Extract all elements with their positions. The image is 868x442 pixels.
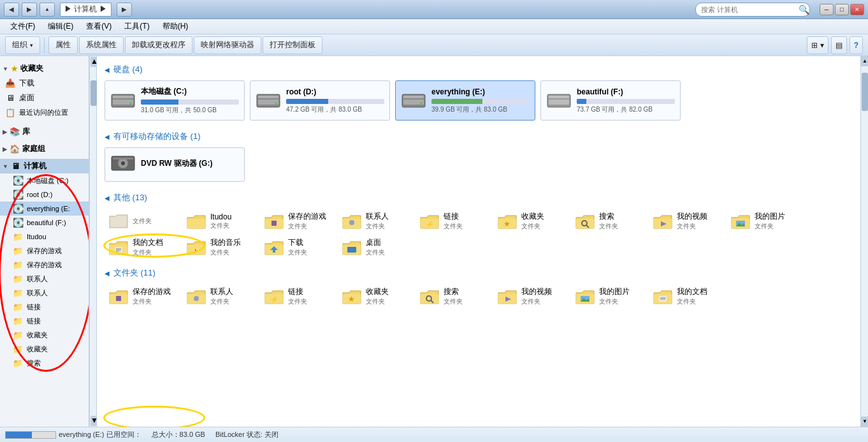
up-button[interactable]: ▲ xyxy=(40,3,55,17)
sidebar-item-saved-games-1[interactable]: 📁 保存的游戏 xyxy=(0,244,89,258)
search-other-text: 搜索 文件夹 xyxy=(599,211,618,231)
drives-section-title: 硬盘 (4) xyxy=(113,64,143,75)
folder-links-other[interactable]: ⚡ 链接 文件夹 xyxy=(416,209,492,233)
sidebar-item-desktop[interactable]: 🖥 桌面 xyxy=(0,91,89,105)
folder-download-other[interactable]: 下载 文件夹 xyxy=(260,235,336,260)
sidebar-homegroup-header[interactable]: ▶ 🏠 家庭组 xyxy=(0,142,89,156)
folder-videos-file[interactable]: 我的视频 文件夹 xyxy=(493,284,570,309)
folder-favorites-other[interactable]: ★ 收藏夹 文件夹 xyxy=(493,209,570,233)
folder-contacts-file[interactable]: 联系人 文件夹 xyxy=(182,284,259,309)
search-icon: 🔍 xyxy=(799,4,809,15)
folder-search-file[interactable]: 搜索 文件夹 xyxy=(416,284,492,309)
contacts-other-icon xyxy=(342,212,362,230)
minimize-button[interactable]: ─ xyxy=(820,4,834,15)
folder-favorites-file[interactable]: ★ 收藏夹 文件夹 xyxy=(338,284,414,309)
close-button[interactable]: ✕ xyxy=(850,4,864,15)
library-expand-icon: ▶ xyxy=(3,129,7,135)
toolbar-map-drive[interactable]: 映射网络驱动器 xyxy=(194,36,261,54)
drive-d[interactable]: root (D:) 47.2 GB 可用，共 83.0 GB xyxy=(250,80,390,121)
sidebar-item-f-drive[interactable]: 💽 beautiful (F:) xyxy=(0,216,89,230)
drive-f[interactable]: beautiful (F:) 73.7 GB 可用，共 82.0 GB xyxy=(540,80,681,121)
folder-music-other[interactable]: ♪ 我的音乐 文件夹 xyxy=(182,235,259,260)
title-bar-left: ◀ ▶ ▲ ▶ 计算机 ▶ ▶ xyxy=(4,3,132,17)
toolbar-help[interactable]: ? xyxy=(850,36,863,54)
content-scrollbar[interactable]: ▲ ▼ xyxy=(860,56,868,427)
sidebar-item-download[interactable]: 📥 下载 xyxy=(0,76,89,91)
toolbar-properties[interactable]: 属性 xyxy=(48,36,78,54)
sidebar-item-links-1[interactable]: 📁 链接 xyxy=(0,300,89,314)
sidebar-item-itudou[interactable]: 📁 Itudou xyxy=(0,230,89,244)
folder-pictures-other[interactable]: 我的图片 文件夹 xyxy=(727,209,803,233)
maximize-button[interactable]: □ xyxy=(835,4,849,15)
toolbar-preview-pane[interactable]: ▤ xyxy=(831,36,847,54)
links-file-icon: ⚡ xyxy=(264,288,284,306)
menu-view[interactable]: 查看(V) xyxy=(81,20,117,33)
svg-rect-34 xyxy=(273,250,275,253)
folder-itudou[interactable]: Itudou 文件夹 xyxy=(182,209,259,233)
sidebar-item-e-drive[interactable]: 💽 everything (E: xyxy=(0,202,89,216)
sidebar-item-links-2[interactable]: 📁 链接 xyxy=(0,314,89,328)
content-scrollbar-down[interactable]: ▼ xyxy=(861,416,868,427)
favorites-label: 收藏夹 xyxy=(20,63,43,74)
folder-contacts-other[interactable]: 联系人 文件夹 xyxy=(338,209,414,233)
folder-videos-other[interactable]: 我的视频 文件夹 xyxy=(649,209,725,233)
folder-links-file[interactable]: ⚡ 链接 文件夹 xyxy=(260,284,336,309)
favorites-file-text: 收藏夹 文件夹 xyxy=(366,286,389,306)
desktop-other-icon xyxy=(342,239,362,256)
sidebar-scrollbar[interactable]: ▲ ▼ xyxy=(89,56,97,427)
sidebar-library-header[interactable]: ▶ 📚 库 xyxy=(0,124,89,139)
address-bar[interactable]: ▶ 计算机 ▶ xyxy=(60,3,112,17)
toolbar-view-toggle[interactable]: ⊞ ▾ xyxy=(807,36,828,54)
folder-pictures-file[interactable]: 我的图片 文件夹 xyxy=(571,284,647,309)
drive-d-info: root (D:) 47.2 GB 可用，共 83.0 GB xyxy=(286,87,384,114)
content-scrollbar-track[interactable] xyxy=(861,66,868,416)
forward-button[interactable]: ▶ xyxy=(22,3,37,17)
sidebar-item-saved-games-2[interactable]: 📁 保存的游戏 xyxy=(0,258,89,272)
folder-saved-games-other[interactable]: 保存的游戏 文件夹 xyxy=(260,209,336,233)
toolbar-right-buttons: ⊞ ▾ ▤ ? xyxy=(807,36,863,54)
sidebar-favorites-header[interactable]: ▼ ★ 收藏夹 xyxy=(0,61,89,76)
toolbar-system-properties[interactable]: 系统属性 xyxy=(79,36,124,54)
toolbar-control-panel[interactable]: 打开控制面板 xyxy=(263,36,322,54)
menu-help[interactable]: 帮助(H) xyxy=(157,20,194,33)
content-scrollbar-up[interactable]: ▲ xyxy=(861,56,868,66)
address-refresh-button[interactable]: ▶ xyxy=(117,3,132,17)
back-button[interactable]: ◀ xyxy=(4,3,19,17)
drive-c[interactable]: 本地磁盘 (C:) 31.0 GB 可用，共 50.0 GB xyxy=(105,80,245,121)
content-scrollbar-thumb[interactable] xyxy=(862,73,868,111)
folder-docs-other[interactable]: 我的文档 文件夹 xyxy=(105,235,181,260)
scrollbar-thumb[interactable] xyxy=(90,80,97,106)
menu-file[interactable]: 文件(F) xyxy=(5,20,40,33)
toolbar-separator-1 xyxy=(44,38,45,53)
toolbar-uninstall[interactable]: 卸载或更改程序 xyxy=(125,36,192,54)
scrollbar-track[interactable] xyxy=(90,68,96,415)
folder-search-other[interactable]: 搜索 文件夹 xyxy=(571,209,647,233)
sidebar-item-d-drive[interactable]: 💽 root (D:) xyxy=(0,188,89,202)
sidebar-item-c-drive[interactable]: 💽 本地磁盘 (C:) xyxy=(0,173,89,188)
folder-blank[interactable]: 文件夹 xyxy=(105,209,181,233)
window-controls: ─ □ ✕ xyxy=(820,4,864,15)
download-folder-icon: 📥 xyxy=(5,78,15,89)
library-icon: 📚 xyxy=(10,127,20,137)
sidebar-computer-header[interactable]: ▼ 🖥 计算机 xyxy=(0,159,89,173)
saved-games-2-icon: 📁 xyxy=(13,260,23,270)
drive-c-bar xyxy=(141,99,239,105)
folder-docs-file[interactable]: 我的文档 文件夹 xyxy=(649,284,725,309)
other-section-title[interactable]: 其他 (13) xyxy=(113,192,147,203)
sidebar-item-favorites-1[interactable]: 📁 收藏夹 xyxy=(0,328,89,342)
sidebar-item-recent[interactable]: 📋 最近访问的位置 xyxy=(0,105,89,119)
sidebar-item-contacts-2[interactable]: 📁 联系人 xyxy=(0,286,89,300)
files-section-title[interactable]: 文件夹 (11) xyxy=(113,267,156,279)
folder-desktop-other[interactable]: 桌面 文件夹 xyxy=(338,235,414,260)
folder-saved-games-file[interactable]: 保存的游戏 文件夹 xyxy=(105,284,181,309)
menu-edit[interactable]: 编辑(E) xyxy=(43,20,78,33)
toolbar-organize[interactable]: 组织 ▾ xyxy=(5,36,40,54)
sidebar-item-search[interactable]: 📁 搜索 xyxy=(0,356,89,370)
drive-e[interactable]: everything (E:) 39.9 GB 可用，共 83.0 GB xyxy=(395,80,535,121)
other-folders-grid: 文件夹 Itudou 文件夹 xyxy=(105,209,853,260)
dvd-drive[interactable]: DVD RW 驱动器 (G:) xyxy=(105,147,245,182)
menu-tools[interactable]: 工具(T) xyxy=(119,20,154,33)
sidebar-item-contacts-1[interactable]: 📁 联系人 xyxy=(0,272,89,286)
search-input[interactable] xyxy=(695,3,810,17)
sidebar-item-favorites-2[interactable]: 📁 收藏夹 xyxy=(0,342,89,356)
